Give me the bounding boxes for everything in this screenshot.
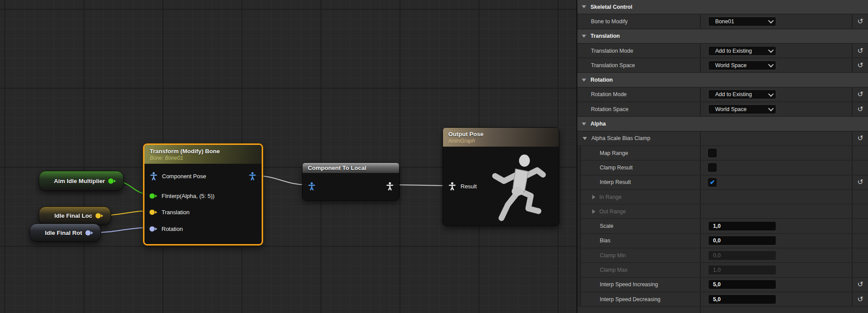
node-idle-final-rot[interactable]: Idle Final Rot <box>29 223 101 242</box>
property-row-translation-space[interactable]: Translation SpaceWorld Space↺ <box>577 58 868 72</box>
dropdown-translation-mode[interactable]: Add to Existing <box>708 46 776 56</box>
reset-to-default-icon[interactable]: ↺ <box>857 135 863 142</box>
property-row-alpha-scale-bias-clamp[interactable]: Alpha Scale Bias Clamp↺ <box>577 132 868 145</box>
checkbox-interp-result[interactable]: ✔ <box>708 178 717 187</box>
output-pin-vector[interactable] <box>95 213 104 219</box>
pose-input-pin-icon[interactable] <box>307 182 316 191</box>
value-cell: 1,0 <box>701 263 852 277</box>
dropdown-value: Add to Existing <box>715 48 768 54</box>
expander-triangle-icon[interactable] <box>582 122 586 126</box>
reset-cell <box>852 234 868 248</box>
property-row-rotation-mode[interactable]: Rotation ModeAdd to Existing↺ <box>577 88 868 101</box>
label-cell: Clamp Max <box>577 263 701 277</box>
expander-triangle-icon[interactable] <box>582 79 586 82</box>
indent-guide <box>577 292 581 306</box>
number-input-interp-speed-increasing[interactable]: 5,0 <box>708 280 776 289</box>
dropdown-translation-space[interactable]: World Space <box>708 61 776 70</box>
number-input-interp-speed-decreasing[interactable]: 5,0 <box>708 295 776 304</box>
checkmark-icon: ✔ <box>710 179 715 185</box>
reset-to-default-icon[interactable]: ↺ <box>857 179 863 186</box>
expander-triangle-icon[interactable] <box>583 137 587 140</box>
property-row-clamp-min[interactable]: Clamp Min0,0 <box>577 248 868 262</box>
collapsed-triangle-icon[interactable] <box>592 195 595 199</box>
reset-to-default-icon[interactable]: ↺ <box>857 296 863 303</box>
node-transform-modify-bone[interactable]: Transform (Modify) Bone Bone: Bone01 Com… <box>143 144 263 245</box>
translation-input-pin[interactable] <box>149 209 158 215</box>
alpha-input-pin[interactable] <box>149 193 158 199</box>
property-row-bone-to-modify[interactable]: Bone to ModifyBone01↺ <box>577 14 868 28</box>
value-cell: Bone01 <box>701 14 852 28</box>
unreal-animgraph-editor: { "colors": { "selection_orange": "#f7a2… <box>0 0 868 313</box>
property-row-out-range[interactable]: Out Range <box>577 205 868 218</box>
node-titlebar[interactable]: Transform (Modify) Bone Bone: Bone01 <box>144 145 262 164</box>
property-row-rotation-space[interactable]: Rotation SpaceWorld Space↺ <box>577 102 868 116</box>
property-row-interp-speed-decreasing[interactable]: Interp Speed Decreasing5,0↺ <box>577 292 868 306</box>
graph-canvas[interactable]: Aim Idle Multiplier Idle Final Loc Idle … <box>0 0 576 313</box>
property-label: Map Range <box>600 150 628 156</box>
dropdown-bone-to-modify[interactable]: Bone01 <box>708 17 776 26</box>
node-output-pose[interactable]: Output Pose AnimGraph Result <box>443 127 559 226</box>
node-title: Transform (Modify) Bone <box>150 148 256 155</box>
property-row-clamp-max[interactable]: Clamp Max1,0 <box>577 263 868 277</box>
pin-row-alpha: FInterp(Alpha, (5: 5)) <box>149 189 257 202</box>
property-row-bias[interactable]: Bias0,0 <box>577 234 868 248</box>
checkbox-clamp-result[interactable]: ✔ <box>708 163 717 172</box>
property-label: Alpha <box>591 121 606 127</box>
expander-triangle-icon[interactable] <box>582 5 586 8</box>
property-row-clamp-result[interactable]: Clamp Result✔ <box>577 161 868 174</box>
property-row-in-range[interactable]: In Range <box>577 190 868 204</box>
pose-output-pin-icon[interactable] <box>248 172 257 180</box>
indent-guide <box>577 234 581 248</box>
node-aim-idle-multiplier[interactable]: Aim Idle Multiplier <box>39 171 124 191</box>
reset-to-default-icon[interactable]: ↺ <box>857 47 863 54</box>
dropdown-rotation-mode[interactable]: Add to Existing <box>708 90 776 99</box>
number-input-bias[interactable]: 0,0 <box>708 236 776 245</box>
number-input-scale[interactable]: 1,0 <box>708 221 776 231</box>
pin-row-rotation: Rotation <box>149 222 257 235</box>
property-label: Out Range <box>599 209 626 215</box>
property-row-translation-mode[interactable]: Translation ModeAdd to Existing↺ <box>577 44 868 58</box>
dropdown-rotation-space[interactable]: World Space <box>708 104 776 114</box>
checkbox-map-range[interactable]: ✔ <box>708 149 717 157</box>
section-header-rotation[interactable]: Rotation <box>577 73 868 86</box>
pose-output-pin-icon[interactable] <box>385 182 394 191</box>
label-cell: Alpha Scale Bias Clamp <box>577 132 701 145</box>
property-row-scale[interactable]: Scale1,0 <box>577 219 868 233</box>
collapsed-triangle-icon[interactable] <box>592 209 595 214</box>
node-component-to-local[interactable]: Component To Local <box>302 162 400 201</box>
label-cell: Rotation <box>577 73 868 86</box>
section-header-translation[interactable]: Translation <box>577 29 868 43</box>
reset-to-default-icon[interactable]: ↺ <box>857 18 863 25</box>
dropdown-value: Add to Existing <box>715 91 768 97</box>
expander-triangle-icon[interactable] <box>582 35 586 38</box>
result-input-pin-icon[interactable] <box>448 182 457 191</box>
chevron-down-icon <box>768 106 774 112</box>
pin-row-pose <box>307 180 394 193</box>
node-titlebar[interactable]: Output Pose AnimGraph <box>443 128 559 147</box>
pin-row-component-pose: Component Pose <box>149 169 257 183</box>
section-header-alpha[interactable]: Alpha <box>577 117 868 130</box>
property-row-interp-result[interactable]: Interp Result✔↺ <box>577 176 868 189</box>
output-pin-float[interactable] <box>108 178 116 184</box>
node-idle-final-loc[interactable]: Idle Final Loc <box>39 206 111 225</box>
property-row-map-range[interactable]: Map Range✔ <box>577 146 868 160</box>
reset-to-default-icon[interactable]: ↺ <box>857 62 863 69</box>
number-input-clamp-max: 1,0 <box>708 265 776 275</box>
pin-label: Result <box>461 183 477 190</box>
reset-to-default-icon[interactable]: ↺ <box>857 91 863 98</box>
indent-guide <box>577 190 581 204</box>
property-row-interp-speed-increasing[interactable]: Interp Speed Increasing5,0↺ <box>577 278 868 291</box>
node-titlebar[interactable]: Component To Local <box>303 163 399 173</box>
rotation-input-pin[interactable] <box>149 226 158 232</box>
reset-to-default-icon[interactable]: ↺ <box>857 281 863 288</box>
node-title: Idle Final Rot <box>45 230 82 236</box>
pose-input-pin-icon[interactable] <box>149 172 158 180</box>
section-header-skeletal-control[interactable]: Skeletal Control <box>577 0 868 14</box>
reset-cell: ↺ <box>852 14 868 28</box>
reset-to-default-icon[interactable]: ↺ <box>857 106 863 113</box>
label-cell: Map Range <box>577 146 701 160</box>
output-pin-rotator[interactable] <box>85 230 94 236</box>
label-cell: Alpha <box>577 117 868 130</box>
label-cell: Bone to Modify <box>577 14 701 28</box>
dropdown-value: World Space <box>715 62 768 68</box>
